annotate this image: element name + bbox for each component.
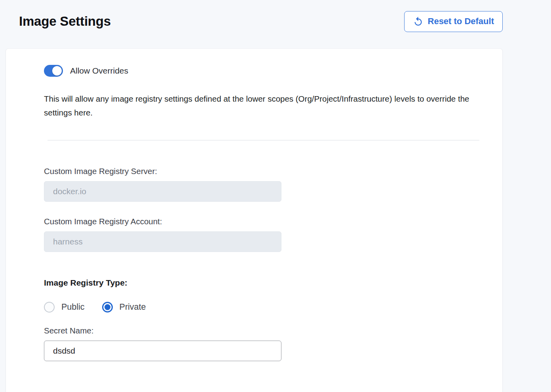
section-divider <box>48 140 479 140</box>
page-header: Image Settings Reset to Default <box>0 0 551 48</box>
allow-overrides-description: This will allow any image registry setti… <box>44 92 479 119</box>
registry-account-input[interactable] <box>44 231 281 252</box>
secret-name-field: Secret Name: <box>44 326 479 361</box>
allow-overrides-row: Allow Overrides <box>44 65 479 77</box>
allow-overrides-label: Allow Overrides <box>70 66 128 76</box>
secret-name-input[interactable] <box>44 341 281 361</box>
secret-name-label: Secret Name: <box>44 326 479 335</box>
radio-public-label: Public <box>61 302 85 312</box>
reset-icon <box>413 16 424 27</box>
registry-server-input[interactable] <box>44 181 281 202</box>
radio-private-label: Private <box>120 302 146 312</box>
registry-server-field: Custom Image Registry Server: <box>44 167 479 202</box>
reset-to-default-button[interactable]: Reset to Default <box>404 11 503 32</box>
registry-account-field: Custom Image Registry Account: <box>44 217 479 252</box>
registry-account-label: Custom Image Registry Account: <box>44 217 479 226</box>
registry-type-radio-group: Public Private <box>44 302 479 312</box>
radio-public-icon <box>44 302 55 312</box>
toggle-knob <box>52 66 62 76</box>
page-title: Image Settings <box>19 14 111 29</box>
reset-button-label: Reset to Default <box>428 16 494 27</box>
radio-option-private[interactable]: Private <box>102 302 146 312</box>
radio-option-public[interactable]: Public <box>44 302 85 312</box>
image-settings-card: Allow Overrides This will allow any imag… <box>6 48 503 392</box>
allow-overrides-toggle[interactable] <box>44 65 63 77</box>
radio-private-icon <box>102 302 113 312</box>
registry-type-label: Image Registry Type: <box>44 278 479 288</box>
registry-server-label: Custom Image Registry Server: <box>44 167 479 176</box>
